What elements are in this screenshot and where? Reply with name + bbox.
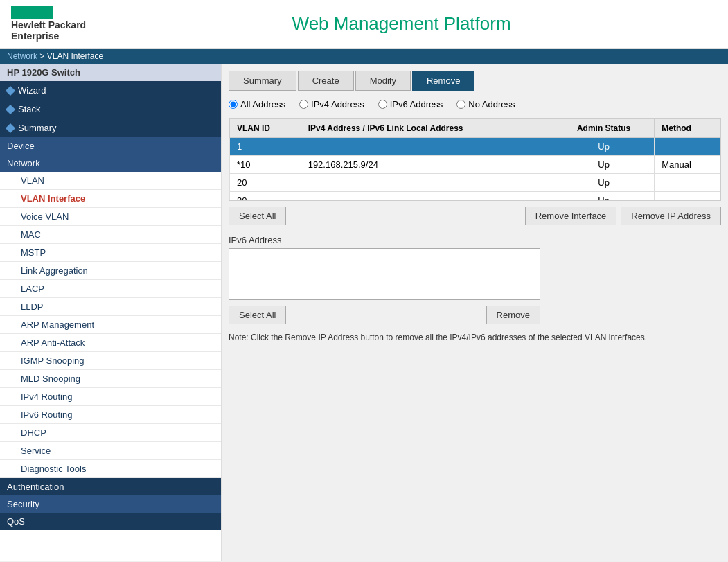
radio-ipv6-address-input[interactable]	[378, 100, 387, 109]
ipv6-buttons: Select All Remove	[229, 306, 540, 324]
tab-create[interactable]: Create	[298, 71, 354, 91]
table-row[interactable]: 30 Up	[230, 192, 720, 202]
sidebar-item-mld-snooping[interactable]: MLD Snooping	[0, 370, 221, 388]
breadcrumb-current: VLAN Interface	[47, 51, 103, 61]
vlan-table: VLAN ID IPv4 Address / IPv6 Link Local A…	[229, 118, 720, 201]
diamond-icon	[6, 85, 15, 95]
sidebar-item-lacp[interactable]: LACP	[0, 280, 221, 298]
ipv6-label: IPv6 Address	[229, 235, 721, 245]
logo-icon	[11, 6, 53, 19]
col-vlan-id: VLAN ID	[230, 119, 301, 138]
cell-vlan-id: 30	[230, 192, 301, 202]
table-row[interactable]: *10 192.168.215.9/24 Up Manual	[230, 156, 720, 174]
sidebar-item-arp-management[interactable]: ARP Management	[0, 316, 221, 334]
tab-remove[interactable]: Remove	[412, 71, 474, 91]
sidebar-group-device: Device	[0, 137, 221, 155]
sidebar-item-mac[interactable]: MAC	[0, 226, 221, 244]
cell-method: Manual	[655, 156, 720, 174]
cell-method	[655, 138, 720, 156]
sidebar-item-wizard[interactable]: Wizard	[0, 81, 221, 100]
cell-address	[301, 192, 553, 202]
sidebar-item-igmp-snooping[interactable]: IGMP Snooping	[0, 352, 221, 370]
sidebar-item-dhcp[interactable]: DHCP	[0, 424, 221, 442]
tab-modify[interactable]: Modify	[355, 71, 411, 91]
radio-ipv4-address[interactable]: IPv4 Address	[299, 99, 364, 109]
cell-admin-status: Up	[553, 138, 654, 156]
col-ipv4-ipv6: IPv4 Address / IPv6 Link Local Address	[301, 119, 553, 138]
table-row[interactable]: 1 Up	[230, 138, 720, 156]
cell-admin-status: Up	[553, 192, 654, 202]
note-text: Note: Click the Remove IP Address button…	[229, 333, 721, 342]
sidebar-group-authentication: Authentication	[0, 478, 221, 495]
sidebar-item-stack[interactable]: Stack	[0, 100, 221, 118]
device-label: HP 1920G Switch	[0, 64, 221, 81]
sidebar-item-summary[interactable]: Summary	[0, 118, 221, 137]
remove-ip-address-button[interactable]: Remove IP Address	[621, 207, 721, 225]
breadcrumb-network-link[interactable]: Network	[7, 51, 37, 61]
table-header-row: VLAN ID IPv4 Address / IPv6 Link Local A…	[230, 119, 720, 138]
sidebar-item-ipv4-routing[interactable]: IPv4 Routing	[0, 388, 221, 406]
col-admin-status: Admin Status	[553, 119, 654, 138]
radio-all-address-input[interactable]	[229, 100, 238, 109]
page-title: Web Management Platform	[86, 13, 717, 35]
logo: Hewlett Packard Enterprise	[11, 6, 86, 42]
radio-no-address-input[interactable]	[456, 100, 465, 109]
radio-group-address: All Address IPv4 Address IPv6 Address No…	[229, 99, 721, 109]
sidebar-item-vlan[interactable]: VLAN	[0, 172, 221, 190]
radio-all-address[interactable]: All Address	[229, 99, 285, 109]
ipv6-remove-button[interactable]: Remove	[486, 306, 540, 324]
radio-ipv4-address-input[interactable]	[299, 100, 308, 109]
sidebar-item-link-aggregation[interactable]: Link Aggregation	[0, 262, 221, 280]
sidebar: HP 1920G Switch Wizard Stack Summary Dev…	[0, 64, 222, 561]
main-content: Summary Create Modify Remove All Address…	[222, 64, 728, 561]
sidebar-group-network: Network	[0, 155, 221, 172]
sidebar-item-mstp[interactable]: MSTP	[0, 244, 221, 262]
sidebar-item-arp-anti-attack[interactable]: ARP Anti-Attack	[0, 334, 221, 352]
cell-admin-status: Up	[553, 156, 654, 174]
logo-text: Hewlett Packard Enterprise	[11, 20, 86, 42]
ipv6-select-all-button[interactable]: Select All	[229, 306, 286, 324]
radio-no-address[interactable]: No Address	[456, 99, 515, 109]
action-buttons: Remove Interface Remove IP Address	[525, 207, 721, 225]
cell-vlan-id: 20	[230, 174, 301, 192]
cell-vlan-id: *10	[230, 156, 301, 174]
ipv6-textarea[interactable]	[229, 248, 540, 300]
diamond-icon	[6, 104, 15, 114]
breadcrumb: Network > VLAN Interface	[0, 49, 728, 64]
tab-bar: Summary Create Modify Remove	[229, 71, 721, 91]
vlan-table-wrapper[interactable]: VLAN ID IPv4 Address / IPv6 Link Local A…	[229, 118, 721, 201]
select-all-button[interactable]: Select All	[229, 207, 286, 225]
cell-address	[301, 138, 553, 156]
cell-admin-status: Up	[553, 174, 654, 192]
sidebar-group-security: Security	[0, 495, 221, 513]
header: Hewlett Packard Enterprise Web Managemen…	[0, 0, 728, 49]
diamond-icon	[6, 123, 15, 132]
sidebar-item-vlan-interface[interactable]: VLAN Interface	[0, 190, 221, 208]
remove-interface-button[interactable]: Remove Interface	[525, 207, 617, 225]
sidebar-item-voice-vlan[interactable]: Voice VLAN	[0, 208, 221, 226]
layout: HP 1920G Switch Wizard Stack Summary Dev…	[0, 64, 728, 561]
col-method: Method	[655, 119, 720, 138]
cell-method	[655, 192, 720, 202]
sidebar-item-diagnostic-tools[interactable]: Diagnostic Tools	[0, 460, 221, 478]
sidebar-group-qos: QoS	[0, 513, 221, 530]
table-buttons-row: Select All Remove Interface Remove IP Ad…	[229, 207, 721, 225]
radio-ipv6-address[interactable]: IPv6 Address	[378, 99, 443, 109]
sidebar-item-lldp[interactable]: LLDP	[0, 298, 221, 316]
cell-address	[301, 174, 553, 192]
cell-vlan-id: 1	[230, 138, 301, 156]
tab-summary[interactable]: Summary	[229, 71, 296, 91]
table-row[interactable]: 20 Up	[230, 174, 720, 192]
sidebar-item-ipv6-routing[interactable]: IPv6 Routing	[0, 406, 221, 424]
cell-address: 192.168.215.9/24	[301, 156, 553, 174]
sidebar-item-service[interactable]: Service	[0, 442, 221, 460]
cell-method	[655, 174, 720, 192]
